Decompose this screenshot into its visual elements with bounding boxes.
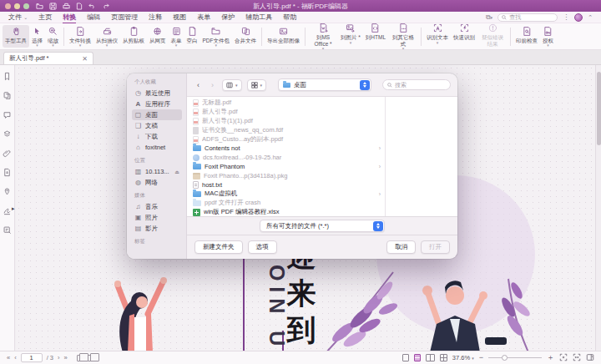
zoom-out-button[interactable]: − <box>479 354 483 361</box>
sidebar-item-recents[interactable]: ◷最近使用 <box>132 88 182 99</box>
share-tool-icon[interactable]: ⧉▾ <box>486 13 492 22</box>
zoom-level-label[interactable]: 37.6% ▾ <box>452 354 474 361</box>
select-tool-button[interactable]: 选择▾ <box>29 25 45 48</box>
file-row[interactable]: win版 PDF 编辑器教程.xlsx <box>190 208 383 216</box>
view-group-button[interactable]: ▾ <box>247 79 267 91</box>
dialog-search-field[interactable]: 搜索 <box>382 79 451 90</box>
vertical-scrollbar[interactable] <box>595 65 601 351</box>
fullscreen-window-button[interactable] <box>23 3 29 9</box>
quick-recognize-button[interactable]: 快速识别 <box>451 23 477 45</box>
preflight-button[interactable]: 印前检查 <box>513 25 540 48</box>
first-page-button[interactable]: « <box>7 354 10 361</box>
comments-icon[interactable] <box>3 110 12 119</box>
to-html-button[interactable]: 到HTML <box>363 23 388 45</box>
save-icon[interactable] <box>49 3 57 10</box>
sidebar-item-desktop[interactable]: ▢桌面 <box>132 109 182 120</box>
to-image-button[interactable]: 到图片 *▾ <box>338 23 363 45</box>
collapse-toolbar-icon[interactable]: ⌃ <box>588 14 593 21</box>
cancel-button[interactable]: 取消 <box>386 240 416 254</box>
sidebar-item-network[interactable]: ◍网络 <box>132 177 182 188</box>
from-clipboard-button[interactable]: 从剪贴板 <box>120 25 147 48</box>
menu-edit[interactable]: 编辑 <box>87 13 100 22</box>
continuous-view-icon[interactable] <box>414 354 421 361</box>
sidebar-item-applications[interactable]: A应用程序 <box>132 99 182 109</box>
destination-icon[interactable] <box>3 187 12 196</box>
minimize-window-button[interactable] <box>14 3 20 9</box>
sidebar-item-photos[interactable]: ▣照片 <box>132 212 182 223</box>
sidebar-item-documents[interactable]: ❑文稿 <box>132 120 182 131</box>
export-doc-icon[interactable] <box>3 168 12 177</box>
next-page-button[interactable]: › <box>58 354 60 361</box>
filetype-dropdown[interactable]: 所有可支持的文件 (*.*) <box>260 220 385 232</box>
from-scanner-button[interactable]: 从扫描仪▾ <box>93 25 120 48</box>
eject-icon[interactable]: ⏏ <box>174 169 179 174</box>
find-box[interactable]: 查找 <box>497 13 558 22</box>
zoom-slider[interactable] <box>488 354 542 361</box>
file-row[interactable]: host.txt <box>190 180 383 190</box>
view-columns-button[interactable]: ▾ <box>222 79 242 91</box>
last-page-button[interactable]: » <box>64 354 68 361</box>
recognize-text-button[interactable]: 识别文本▾ <box>424 23 451 45</box>
from-webpage-button[interactable]: 从网页 <box>147 25 169 48</box>
fit-width-icon[interactable] <box>573 353 581 363</box>
attachment-icon[interactable] <box>3 149 12 158</box>
scrollbar-thumb[interactable] <box>597 72 601 145</box>
menu-home[interactable]: 主页 <box>38 13 52 22</box>
previous-page-button[interactable]: ‹ <box>14 354 17 361</box>
folder-row[interactable]: Foxit Phantom› <box>190 162 383 171</box>
menu-convert[interactable]: 转换 <box>63 13 76 23</box>
panel-expand-handle[interactable]: ▸ <box>12 205 15 212</box>
facing-view-icon[interactable] <box>426 354 435 361</box>
forward-button[interactable]: › <box>208 79 217 90</box>
form-button[interactable]: 表单▾ <box>169 25 184 48</box>
new-document-icon[interactable] <box>76 3 83 10</box>
thumbnail-view-icon[interactable] <box>440 354 447 361</box>
sidebar-item-foxitnet[interactable]: ⌂foxitnet <box>132 142 182 153</box>
sidebar-item-server[interactable]: ▥10.113...⏏ <box>132 166 182 177</box>
sidebar-item-movies[interactable]: ▤影片 <box>132 223 182 234</box>
close-tab-icon[interactable]: ✕ <box>82 55 88 63</box>
account-avatar[interactable] <box>574 13 583 22</box>
menu-page-organize[interactable]: 页面管理 <box>111 13 138 22</box>
single-page-view-icon[interactable] <box>402 354 409 361</box>
location-dropdown[interactable]: 桌面 <box>278 78 371 91</box>
fit-page-icon[interactable] <box>559 353 568 363</box>
menu-file[interactable]: 文件 ⌄ <box>8 13 28 22</box>
pdf-portfolio-button[interactable]: PDF文件包▾ <box>200 25 233 48</box>
blank-document-button[interactable]: 空白 <box>184 25 200 48</box>
menu-help[interactable]: 帮助 <box>283 13 296 22</box>
sidebar-item-music[interactable]: ♫音乐 <box>132 201 182 212</box>
combine-files-button[interactable]: 合并文件 <box>232 25 259 48</box>
close-window-button[interactable] <box>5 3 11 9</box>
menu-comment[interactable]: 注释 <box>149 13 162 22</box>
back-button[interactable]: ‹ <box>194 79 203 90</box>
to-ms-office-button[interactable]: 到MS Office *▾ <box>308 23 338 50</box>
document-tab[interactable]: 新人引导.pdf * ✕ <box>3 52 93 64</box>
undo-icon[interactable] <box>88 3 96 9</box>
to-other-formats-button[interactable]: 到其它格式▾ <box>388 23 418 50</box>
menu-view[interactable]: 视图 <box>173 13 186 22</box>
menu-form[interactable]: 表单 <box>197 13 210 22</box>
zoom-in-button[interactable]: ＋ <box>547 354 554 361</box>
page-number-input[interactable]: 1 <box>21 353 43 362</box>
menu-protect[interactable]: 保护 <box>221 13 235 22</box>
reading-mode-icon[interactable] <box>586 353 594 363</box>
menu-accessibility[interactable]: 辅助工具 <box>245 13 272 22</box>
signature-icon[interactable] <box>3 206 12 215</box>
previous-view-icon[interactable] <box>77 355 84 361</box>
print-icon[interactable] <box>63 3 70 10</box>
new-folder-button[interactable]: 新建文件夹 <box>194 240 243 254</box>
bookmark-icon[interactable] <box>3 72 12 81</box>
layers-icon[interactable] <box>3 129 12 139</box>
next-view-icon[interactable] <box>88 355 95 361</box>
zoom-slider-knob[interactable] <box>502 355 508 361</box>
redo-icon[interactable] <box>102 3 109 9</box>
open-button[interactable]: 打开 <box>421 240 450 254</box>
folder-row[interactable]: MAC虚拟机› <box>190 190 383 199</box>
export-all-images-button[interactable]: 导出全部图像 <box>265 25 302 48</box>
open-file-icon[interactable] <box>36 3 43 10</box>
options-button[interactable]: 选项 <box>248 240 277 254</box>
sidebar-item-downloads[interactable]: ↓下载 <box>132 131 182 142</box>
hand-tool-button[interactable]: 手型工具 <box>3 25 29 48</box>
zoom-tool-button[interactable]: 缩放▾ <box>45 25 61 48</box>
